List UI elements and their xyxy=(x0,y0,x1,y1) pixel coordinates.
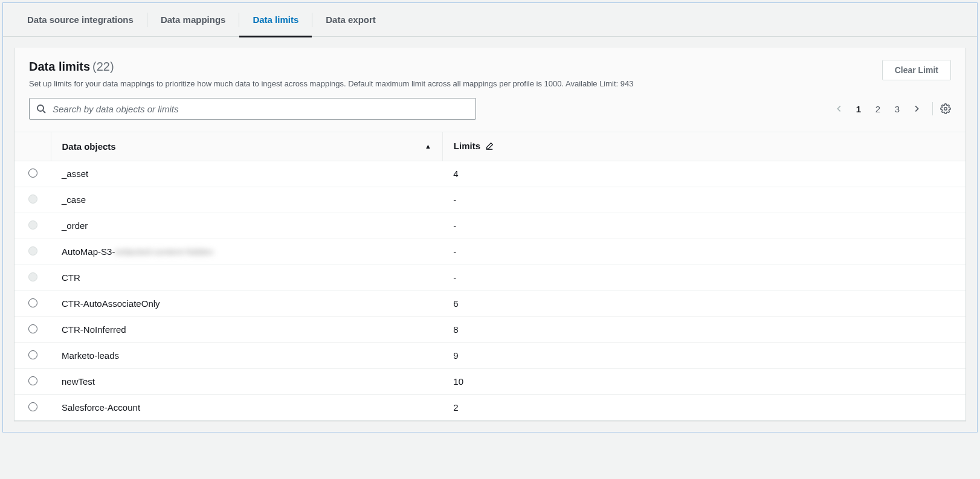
data-object-name: _case xyxy=(62,194,86,205)
clear-limit-button[interactable]: Clear Limit xyxy=(882,60,951,80)
search-input[interactable] xyxy=(29,98,476,120)
cell-limit: - xyxy=(442,239,965,265)
next-page-button[interactable] xyxy=(908,100,925,117)
cell-select xyxy=(15,187,51,213)
col-limits[interactable]: Limits xyxy=(442,132,965,161)
row-radio[interactable] xyxy=(28,376,37,385)
cell-select xyxy=(15,239,51,265)
edit-icon xyxy=(485,142,494,152)
data-object-name: CTR xyxy=(62,272,80,283)
row-radio[interactable] xyxy=(28,169,37,178)
table-row: CTR- xyxy=(15,265,965,291)
page-1[interactable]: 1 xyxy=(850,100,867,117)
row-radio[interactable] xyxy=(28,324,37,333)
cell-select xyxy=(15,213,51,239)
toolbar: 1 2 3 xyxy=(15,98,965,132)
data-limits-panel: Data limits (22) Set up limits for your … xyxy=(14,48,966,421)
data-object-name: CTR-NoInferred xyxy=(62,324,126,335)
chevron-left-icon xyxy=(835,104,843,113)
data-object-name: _asset xyxy=(62,169,88,179)
tab-data-mappings[interactable]: Data mappings xyxy=(147,3,239,37)
chevron-right-icon xyxy=(912,104,921,113)
cell-limit: - xyxy=(442,187,965,213)
data-object-name: Salesforce-Account xyxy=(62,402,140,413)
cell-select xyxy=(15,317,51,342)
cell-limit: 6 xyxy=(442,291,965,317)
row-radio xyxy=(28,272,37,281)
cell-data-object: CTR-NoInferred xyxy=(51,317,442,342)
data-object-name: AutoMap-S3- xyxy=(62,246,115,257)
row-radio xyxy=(28,220,37,230)
cell-data-object: CTR xyxy=(51,265,442,291)
col-select xyxy=(15,132,51,161)
panel-title-wrap: Data limits (22) Set up limits for your … xyxy=(29,60,634,89)
col-data-objects-label: Data objects xyxy=(62,141,116,152)
data-object-name: newTest xyxy=(62,376,95,387)
cell-select xyxy=(15,368,51,394)
cell-select xyxy=(15,291,51,317)
tab-data-export[interactable]: Data export xyxy=(312,3,389,37)
tabs-bar: Data source integrations Data mappings D… xyxy=(3,3,977,37)
svg-line-1 xyxy=(43,111,45,113)
col-limits-label: Limits xyxy=(454,141,480,151)
row-radio xyxy=(28,194,37,204)
table-row: CTR-AutoAssociateOnly6 xyxy=(15,291,965,317)
cell-data-object: newTest xyxy=(51,368,442,394)
row-radio[interactable] xyxy=(28,402,37,411)
row-radio xyxy=(28,246,37,256)
data-object-name: _order xyxy=(62,220,88,231)
table-row: _order- xyxy=(15,213,965,239)
tab-data-limits[interactable]: Data limits xyxy=(239,3,312,37)
cell-limit: - xyxy=(442,265,965,291)
panel-title: Data limits xyxy=(29,60,90,73)
settings-button[interactable] xyxy=(940,103,951,114)
table-row: newTest10 xyxy=(15,368,965,394)
table-row: _case- xyxy=(15,187,965,213)
col-data-objects[interactable]: Data objects ▲ xyxy=(51,132,442,161)
table-row: Marketo-leads9 xyxy=(15,342,965,368)
cell-data-object: _order xyxy=(51,213,442,239)
pager-separator xyxy=(932,102,933,115)
panel-count: (22) xyxy=(92,60,114,73)
pagination: 1 2 3 xyxy=(831,100,951,117)
table-row: _asset4 xyxy=(15,161,965,187)
cell-select xyxy=(15,265,51,291)
page-3[interactable]: 3 xyxy=(889,100,906,117)
cell-data-object: _asset xyxy=(51,161,442,187)
search-wrap xyxy=(29,98,476,120)
data-object-name: Marketo-leads xyxy=(62,350,119,361)
cell-limit: 8 xyxy=(442,317,965,342)
cell-select xyxy=(15,161,51,187)
cell-select xyxy=(15,394,51,420)
cell-select xyxy=(15,342,51,368)
gear-icon xyxy=(940,103,951,114)
cell-data-object: _case xyxy=(51,187,442,213)
redacted-text: redacted-content-hidden xyxy=(115,246,213,257)
cell-data-object: Marketo-leads xyxy=(51,342,442,368)
table-row: CTR-NoInferred8 xyxy=(15,317,965,342)
tab-data-source-integrations[interactable]: Data source integrations xyxy=(14,3,147,37)
prev-page-button[interactable] xyxy=(831,100,848,117)
cell-limit: - xyxy=(442,213,965,239)
cell-data-object: AutoMap-S3-redacted-content-hidden xyxy=(51,239,442,265)
row-radio[interactable] xyxy=(28,350,37,359)
svg-point-2 xyxy=(944,108,947,111)
panel-title-row: Data limits (22) xyxy=(29,60,634,74)
table-row: Salesforce-Account2 xyxy=(15,394,965,420)
search-icon xyxy=(36,104,46,114)
panel-description: Set up limits for your data mappings to … xyxy=(29,79,634,89)
page-2[interactable]: 2 xyxy=(869,100,886,117)
cell-limit: 4 xyxy=(442,161,965,187)
panel-header: Data limits (22) Set up limits for your … xyxy=(15,48,965,98)
data-limits-table: Data objects ▲ Limits _asset4_c xyxy=(15,132,965,420)
table-row: AutoMap-S3-redacted-content-hidden- xyxy=(15,239,965,265)
cell-limit: 10 xyxy=(442,368,965,394)
row-radio[interactable] xyxy=(28,298,37,307)
sort-ascending-icon: ▲ xyxy=(425,143,431,150)
cell-data-object: Salesforce-Account xyxy=(51,394,442,420)
table-body: _asset4_case-_order-AutoMap-S3-redacted-… xyxy=(15,161,965,420)
cell-limit: 9 xyxy=(442,342,965,368)
svg-point-0 xyxy=(37,105,44,111)
data-object-name: CTR-AutoAssociateOnly xyxy=(62,298,160,309)
cell-data-object: CTR-AutoAssociateOnly xyxy=(51,291,442,317)
